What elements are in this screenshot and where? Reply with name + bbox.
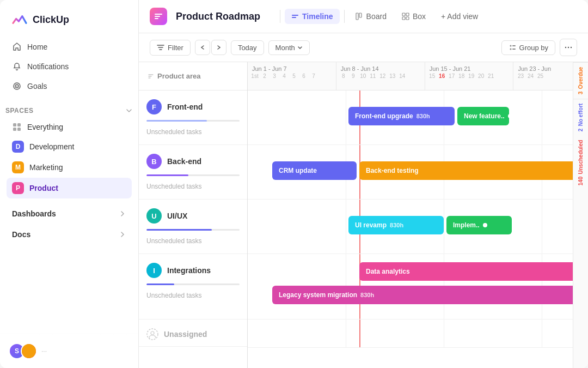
clickup-logo-icon — [11, 11, 28, 28]
topbar: Product Roadmap Timeline Board Box + Add… — [139, 0, 588, 33]
tab-box[interactable]: Box — [395, 9, 432, 24]
progress-frontend — [146, 120, 240, 122]
bell-icon — [12, 62, 22, 71]
unscheduled-label: Unscheduled — [578, 140, 584, 174]
bar-ui-revamp-label: UI revamp — [355, 221, 387, 229]
svg-rect-4 — [17, 123, 21, 126]
project-icon — [150, 8, 167, 25]
chevron-down-icon[interactable] — [125, 107, 133, 114]
month-button[interactable]: Month — [268, 40, 310, 55]
week-label-1: Jun 1 - Jun 7 — [248, 62, 336, 73]
group-header-integrations[interactable]: I Integrations — [139, 254, 247, 283]
logo-area[interactable]: ClickUp — [0, 0, 138, 37]
bar-ui-revamp[interactable]: UI revamp 830h — [348, 216, 444, 234]
group-header-frontend[interactable]: F Front-end — [139, 91, 247, 120]
day-24: 24 — [525, 73, 535, 79]
unscheduled-uiux: Unscheduled tasks — [139, 234, 247, 251]
timeline-area: Product area F Front-end Unscheduled tas… — [139, 62, 588, 368]
overdue-indicator[interactable]: 3 Overdue — [573, 62, 588, 99]
gantt-panel: Jun 1 - Jun 7 1st 2 3 4 5 6 7 Jun 8 - Ju… — [248, 62, 573, 368]
days-row-3: 15 16 17 18 19 20 21 — [425, 73, 513, 79]
day-12: 12 — [378, 73, 388, 79]
svg-rect-10 — [359, 13, 362, 17]
svg-point-15 — [510, 45, 511, 47]
marketing-dot: M — [12, 161, 24, 173]
group-header-unassigned[interactable]: Unassigned — [139, 319, 247, 346]
bar-new-feature[interactable]: New feature.. — [457, 107, 509, 125]
bar-legacy-migration-hours: 830h — [360, 292, 374, 298]
tab-board[interactable]: Board — [349, 9, 393, 24]
day-1st: 1st — [250, 73, 260, 79]
day-13: 13 — [388, 73, 397, 79]
progress-fill-uiux — [146, 229, 212, 231]
svg-rect-7 — [292, 15, 298, 16]
bar-data-analytics-label: Data analytics — [366, 268, 410, 275]
tab-timeline[interactable]: Timeline — [285, 9, 340, 24]
nav-home-label: Home — [27, 43, 47, 51]
gantt-row-frontend: Front-end upgrade 830h New feature.. — [248, 91, 573, 145]
bar-crm-update[interactable]: CRM update — [272, 161, 357, 180]
svg-rect-6 — [17, 128, 21, 131]
bar-backend-testing-label: Back-end testing — [366, 167, 419, 174]
unscheduled-indicator[interactable]: 140 Unscheduled — [573, 136, 588, 190]
no-effort-indicator[interactable]: 2 No effort — [573, 99, 588, 136]
group-row-uiux: U UI/UX Unscheduled tasks — [139, 200, 247, 254]
chevron-right-icon — [216, 45, 222, 50]
progress-backend — [146, 174, 240, 176]
everything-label: Everything — [27, 123, 63, 131]
group-row-unassigned: Unassigned — [139, 319, 247, 347]
task-panel-header: Product area — [139, 62, 247, 91]
days-row-2: 8 9 10 11 12 13 14 — [336, 73, 425, 79]
group-header-uiux[interactable]: U UI/UX — [139, 200, 247, 229]
svg-rect-5 — [13, 128, 16, 131]
more-options-button[interactable] — [560, 39, 577, 56]
bar-implement-dot — [483, 223, 487, 227]
sidebar-item-everything[interactable]: Everything — [7, 118, 132, 136]
nav-goals[interactable]: Goals — [7, 76, 132, 96]
today-button[interactable]: Today — [231, 40, 264, 55]
unscheduled-frontend: Unscheduled tasks — [139, 125, 247, 142]
nav-notifications[interactable]: Notifications — [7, 57, 132, 76]
prev-btn[interactable] — [195, 40, 210, 55]
add-view-button[interactable]: + Add view — [434, 9, 485, 24]
filter-button[interactable]: Filter — [150, 40, 191, 56]
day-21: 21 — [486, 73, 496, 79]
bar-backend-testing[interactable]: Back-end testing — [359, 161, 573, 180]
bar-data-analytics[interactable]: Data analytics — [359, 262, 573, 281]
group-header-backend[interactable]: B Back-end — [139, 145, 247, 174]
bar-new-feature-label: New feature.. — [464, 112, 505, 120]
overdue-count: 3 — [578, 92, 584, 95]
unassigned-label: Unassigned — [164, 330, 207, 339]
right-indicators: 3 Overdue 2 No effort 140 Unscheduled — [573, 62, 588, 368]
bar-legacy-migration-label: Legacy system migration — [279, 291, 357, 299]
goals-icon — [12, 81, 22, 91]
dashboards-chevron-icon — [119, 210, 126, 218]
no-effort-count: 2 — [578, 129, 584, 132]
day-14: 14 — [397, 73, 407, 79]
bar-legacy-migration[interactable]: Legacy system migration 830h — [272, 286, 573, 304]
main-nav: Home Notifications Goals — [0, 37, 138, 96]
dashboards-section[interactable]: Dashboards — [7, 204, 132, 224]
nav-home[interactable]: Home — [7, 37, 132, 57]
sidebar-item-product[interactable]: P Product — [7, 178, 132, 198]
docs-section[interactable]: Docs — [7, 225, 132, 244]
sidebar-item-development[interactable]: D Development — [7, 136, 132, 157]
nav-goals-label: Goals — [27, 82, 47, 91]
bar-frontend-upgrade[interactable]: Front-end upgrade 830h — [348, 107, 455, 125]
group-name-frontend: Front-end — [167, 102, 203, 111]
bar-implement[interactable]: Implem.. — [446, 216, 512, 234]
next-btn[interactable] — [211, 40, 226, 55]
day-9: 9 — [348, 73, 358, 79]
product-label: Product — [29, 184, 58, 192]
bar-frontend-upgrade-label: Front-end upgrade — [355, 112, 413, 120]
sidebar-item-marketing[interactable]: M Marketing — [7, 157, 132, 178]
svg-point-2 — [16, 86, 17, 87]
sidebar: ClickUp Home Notifications Goals Spaces — [0, 0, 139, 368]
group-row-frontend: F Front-end Unscheduled tasks — [139, 91, 247, 145]
app-name: ClickUp — [33, 14, 69, 26]
svg-rect-12 — [406, 13, 409, 16]
group-by-button[interactable]: Group by — [501, 40, 555, 55]
svg-rect-18 — [512, 49, 516, 50]
progress-fill-integrations — [146, 283, 174, 285]
user-avatars[interactable]: S — [9, 343, 37, 359]
